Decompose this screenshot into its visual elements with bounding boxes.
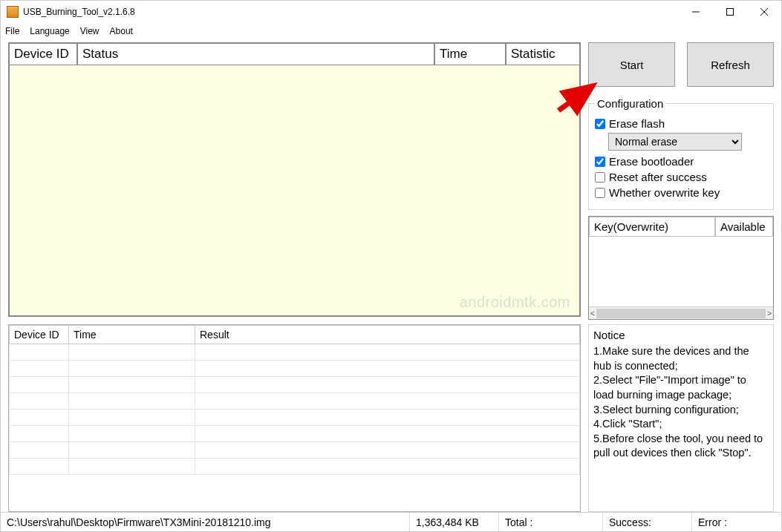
scroll-right-icon[interactable]: >: [767, 309, 772, 318]
status-success: Success:: [603, 513, 692, 531]
overwrite-key-label: Whether overwrite key: [609, 186, 720, 199]
notice-line: 5.Before close the tool, you need to pul…: [593, 432, 769, 461]
notice-line: 2.Select "File"-"Import image" to load b…: [593, 373, 769, 402]
menu-about[interactable]: About: [110, 26, 133, 36]
table-row: [10, 377, 580, 393]
key-table-body: [589, 237, 773, 306]
device-status-table: Device ID Status Time Statistic androidm…: [8, 42, 581, 317]
overwrite-key-checkbox[interactable]: [595, 188, 605, 198]
app-icon: [7, 6, 19, 18]
status-bar: C:\Users\rahul\Desktop\Firmware\TX3Mini-…: [1, 512, 781, 531]
start-button[interactable]: Start: [588, 42, 675, 87]
horizontal-scrollbar[interactable]: < >: [589, 306, 773, 319]
reset-after-success-label: Reset after success: [609, 171, 707, 183]
col-time-2[interactable]: Time: [69, 326, 195, 344]
minimize-button[interactable]: [679, 1, 713, 23]
status-error: Error :: [692, 513, 781, 531]
table-row: [10, 361, 580, 377]
menu-file[interactable]: File: [5, 26, 19, 36]
erase-mode-select[interactable]: Normal erase: [608, 133, 742, 151]
refresh-button[interactable]: Refresh: [687, 42, 774, 87]
erase-bootloader-label: Erase bootloader: [609, 155, 694, 168]
reset-after-success-checkbox[interactable]: [595, 172, 605, 183]
col-device-id[interactable]: Device ID: [9, 43, 77, 65]
menu-bar: File Language View About: [1, 23, 781, 39]
key-table: Key(Overwrite) Available < >: [588, 216, 774, 320]
col-device-id-2[interactable]: Device ID: [10, 326, 69, 344]
notice-line: 1.Make sure the devices and the hub is c…: [593, 344, 769, 373]
status-size: 1,363,484 KB: [410, 513, 499, 531]
notice-line: 3.Select burning configuration;: [593, 403, 769, 418]
erase-flash-checkbox[interactable]: [595, 119, 605, 129]
result-table: Device ID Time Result: [8, 324, 581, 512]
col-result[interactable]: Result: [195, 326, 580, 344]
table-row: [10, 344, 580, 361]
col-status[interactable]: Status: [77, 43, 434, 65]
erase-bootloader-checkbox[interactable]: [595, 157, 605, 167]
watermark: androidmtk.com: [460, 294, 570, 311]
configuration-group: Configuration Erase flash Normal erase E…: [588, 97, 774, 210]
notice-panel: Notice 1.Make sure the devices and the h…: [588, 324, 774, 512]
table-row: [10, 426, 580, 442]
title-bar: USB_Burning_Tool_v2.1.6.8: [1, 1, 781, 23]
scroll-left-icon[interactable]: <: [590, 309, 595, 318]
erase-flash-label: Erase flash: [609, 117, 665, 130]
col-time[interactable]: Time: [434, 43, 506, 65]
status-total: Total :: [499, 513, 603, 531]
notice-line: 4.Click "Start";: [593, 417, 769, 432]
table-row: [10, 410, 580, 426]
svg-rect-1: [727, 9, 734, 16]
table-row: [10, 393, 580, 410]
close-button[interactable]: [747, 1, 781, 23]
table-row: [10, 442, 580, 459]
menu-view[interactable]: View: [80, 26, 100, 36]
col-key-overwrite[interactable]: Key(Overwrite): [589, 217, 715, 237]
table-row: [10, 459, 580, 475]
maximize-button[interactable]: [713, 1, 747, 23]
col-statistic[interactable]: Statistic: [506, 43, 580, 65]
notice-legend: Notice: [593, 328, 769, 343]
device-status-body: androidmtk.com: [9, 65, 580, 316]
status-path: C:\Users\rahul\Desktop\Firmware\TX3Mini-…: [1, 513, 410, 531]
window-title: USB_Burning_Tool_v2.1.6.8: [23, 7, 679, 17]
menu-language[interactable]: Language: [30, 26, 69, 36]
col-available[interactable]: Available: [715, 217, 773, 237]
configuration-legend: Configuration: [595, 97, 665, 110]
